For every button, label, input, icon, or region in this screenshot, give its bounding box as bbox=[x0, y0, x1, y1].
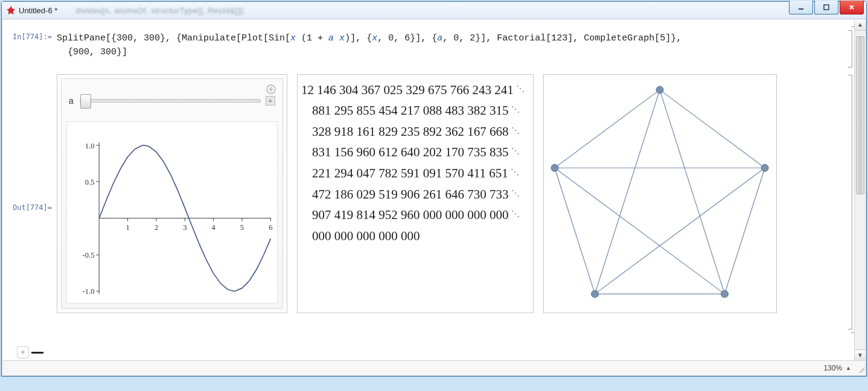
status-bar: 130% ▲ bbox=[2, 360, 866, 375]
complete-graph-k5 bbox=[544, 75, 776, 313]
svg-rect-1 bbox=[799, 8, 803, 10]
output-label: Out[774]= bbox=[13, 203, 57, 212]
scroll-thumb[interactable] bbox=[856, 36, 864, 194]
svg-text:1: 1 bbox=[126, 223, 129, 232]
svg-text:0.5: 0.5 bbox=[85, 177, 95, 186]
svg-line-33 bbox=[555, 89, 660, 167]
zoom-level[interactable]: 130% bbox=[823, 364, 842, 372]
graph-panel bbox=[543, 74, 777, 313]
factorial-line: 831 156 960 612 640 202 170 735 835 bbox=[301, 142, 527, 163]
svg-line-32 bbox=[595, 89, 660, 293]
title-bar: Untitled-6 * divides[n, atomsOf, structu… bbox=[2, 2, 866, 19]
new-cell-button[interactable]: + bbox=[17, 346, 29, 358]
output-splitpane: a + bbox=[57, 74, 855, 313]
svg-line-38 bbox=[555, 168, 725, 294]
slider-label-a: a bbox=[69, 96, 80, 106]
graph-vertex[interactable] bbox=[656, 86, 663, 93]
scroll-down-button[interactable]: ▼ bbox=[855, 349, 866, 361]
factorial-line: 907 419 814 952 960 000 000 000 000 bbox=[301, 205, 527, 226]
client-area: In[774]:= SplitPane[{300, 300}, {Manipul… bbox=[2, 19, 866, 376]
notebook-area[interactable]: In[774]:= SplitPane[{300, 300}, {Manipul… bbox=[2, 19, 855, 361]
svg-text:5: 5 bbox=[240, 223, 244, 232]
factorial-line: 328 918 161 829 235 892 362 167 668 bbox=[301, 121, 527, 142]
svg-marker-0 bbox=[7, 6, 15, 14]
svg-text:2: 2 bbox=[155, 223, 158, 232]
maximize-button[interactable] bbox=[814, 1, 838, 14]
app-icon bbox=[7, 6, 15, 14]
app-window: Untitled-6 * divides[n, atomsOf, structu… bbox=[1, 1, 867, 377]
input-code[interactable]: SplitPane[{300, 300}, {Manipulate[Plot[S… bbox=[57, 19, 855, 60]
factorial-line: 472 186 029 519 906 261 646 730 733 bbox=[301, 184, 527, 205]
svg-line-39 bbox=[555, 168, 595, 294]
factorial-number: 12 146 304 367 025 329 675 766 243 241 8… bbox=[298, 75, 533, 247]
vertical-scrollbar[interactable]: ▲ ▼ bbox=[854, 19, 866, 361]
svg-text:4: 4 bbox=[211, 223, 215, 232]
resize-grip[interactable] bbox=[855, 363, 864, 373]
slider-expand-icon[interactable]: + bbox=[266, 96, 275, 106]
factorial-line: 000 000 000 000 000 bbox=[301, 226, 527, 247]
manipulate-controls: a + bbox=[62, 79, 282, 120]
svg-text:3: 3 bbox=[183, 223, 187, 232]
factorial-panel: 12 146 304 367 025 329 675 766 243 241 8… bbox=[297, 74, 534, 313]
graph-vertex[interactable] bbox=[551, 164, 558, 171]
factorial-line: 221 294 047 782 591 091 570 411 651 bbox=[301, 163, 527, 184]
close-button[interactable] bbox=[840, 1, 864, 14]
manipulate-panel: a + bbox=[57, 74, 287, 313]
graph-vertex[interactable] bbox=[761, 164, 768, 171]
svg-line-30 bbox=[660, 89, 765, 167]
cell-brackets[interactable] bbox=[847, 27, 852, 328]
svg-line-35 bbox=[595, 168, 765, 294]
toolbar-blurred: divides[n, atomsOf, structurType[], ResI… bbox=[75, 6, 245, 15]
svg-rect-2 bbox=[824, 5, 829, 10]
svg-line-31 bbox=[660, 89, 724, 293]
slider-thumb[interactable] bbox=[80, 94, 91, 109]
slider-a[interactable] bbox=[80, 99, 261, 103]
scroll-up-button[interactable]: ▲ bbox=[855, 19, 866, 31]
graph-vertex[interactable] bbox=[592, 290, 599, 297]
window-title: Untitled-6 * bbox=[19, 6, 57, 15]
sine-plot: 1 2 3 4 5 6 1.0 bbox=[67, 122, 277, 303]
svg-text:6: 6 bbox=[269, 223, 272, 232]
svg-text:1.0: 1.0 bbox=[85, 141, 95, 150]
minimize-button[interactable] bbox=[789, 1, 813, 14]
factorial-line: 12 146 304 367 025 329 675 766 243 241 bbox=[301, 80, 527, 101]
plot-area: 1 2 3 4 5 6 1.0 bbox=[66, 121, 278, 304]
svg-text:-0.5: -0.5 bbox=[83, 251, 95, 259]
input-label: In[774]:= bbox=[13, 33, 57, 41]
factorial-line: 881 295 855 454 217 088 483 382 315 bbox=[301, 100, 527, 121]
zoom-menu-icon[interactable]: ▲ bbox=[846, 365, 851, 371]
svg-line-34 bbox=[724, 168, 765, 294]
graph-vertex[interactable] bbox=[721, 290, 728, 297]
svg-text:-1.0: -1.0 bbox=[83, 287, 95, 296]
insertion-cursor bbox=[31, 352, 43, 354]
